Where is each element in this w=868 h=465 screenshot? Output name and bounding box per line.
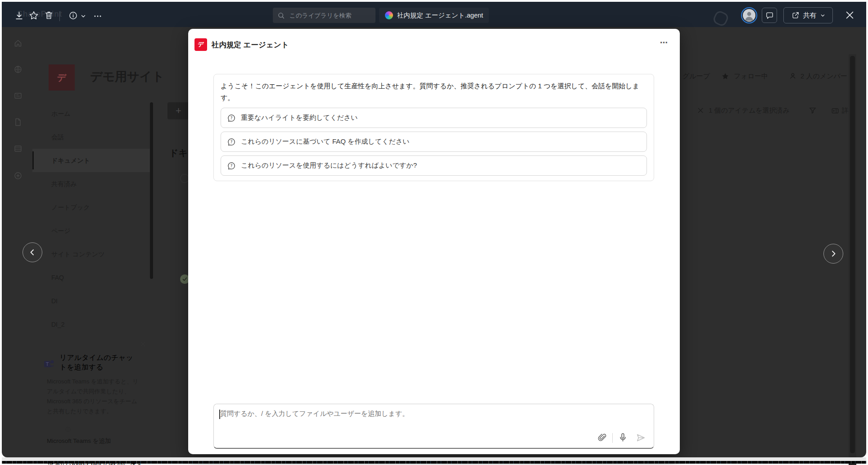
chat-input-box[interactable] — [213, 404, 654, 449]
following-label[interactable]: フォロー中 — [734, 72, 768, 81]
agent-dialog: デ 社内規定 エージェント ⋯ ようこそ！このエージェントを使用して生産性を向上… — [188, 29, 680, 454]
prompt-create-faq[interactable]: ? これらのリソースに基づいて FAQ を作成してください — [221, 132, 647, 152]
share-button-label: 共有 — [803, 11, 817, 20]
next-item-button[interactable] — [823, 244, 843, 264]
share-button[interactable]: 共有 — [783, 7, 833, 23]
favorite-star-icon[interactable] — [29, 10, 39, 20]
prompt-label: 重要なハイライトを要約してください — [241, 114, 358, 122]
site-navigation: ホーム 会話 ドキュメント 共有済み ノートブック ページ サイト コンテンツ … — [32, 102, 150, 336]
sidebar-item-documents[interactable]: ドキュメント — [32, 149, 150, 172]
text-caret — [219, 410, 220, 419]
delete-trash-icon[interactable] — [44, 10, 54, 20]
chevron-left-icon — [29, 249, 36, 256]
welcome-message: ようこそ！このエージェントを使用して生産性を向上させます。質問するか、推奨される… — [221, 80, 647, 104]
chat-question-icon: ? — [227, 114, 236, 123]
agent-file-tab[interactable]: 社内規定 エージェント.agent — [379, 8, 489, 23]
info-icon[interactable] — [68, 11, 78, 20]
svg-text:?: ? — [230, 139, 232, 144]
library-heading-partial: ドキ — [169, 147, 188, 159]
comments-button[interactable] — [762, 8, 777, 23]
document-rail-icon[interactable] — [14, 118, 23, 127]
sharepoint-brand-ghost: SharePoint — [17, 9, 62, 19]
teams-panel-title: リアルタイムのチャットを追加する — [59, 353, 139, 372]
agent-icon: デ — [194, 38, 207, 51]
screenshot-root: デ デモ用サイト グループ フォロー中 2 人のメンバー ホーム 会話 ドキュメ… — [0, 0, 868, 465]
site-group-label: グループ — [683, 72, 710, 81]
teams-panel-body: Microsoft Teams を追加すると、リアルタイムで共同作業したり、Mi… — [47, 377, 141, 416]
chevron-down-icon[interactable] — [81, 14, 86, 19]
chat-question-icon: ? — [227, 137, 236, 146]
prompt-label: これらのリソースに基づいて FAQ を作成してください — [241, 137, 410, 146]
teams-icon: T — [43, 358, 55, 369]
search-input[interactable] — [289, 12, 362, 19]
dialog-more-options-icon[interactable]: ⋯ — [660, 38, 668, 47]
download-icon[interactable] — [14, 11, 24, 20]
chat-bubble-icon — [765, 11, 774, 20]
details-pane-icon[interactable] — [831, 107, 839, 115]
sidebar-item-conversations[interactable]: 会話 — [32, 125, 150, 149]
more-options-icon[interactable] — [93, 11, 103, 21]
sidebar-item-pages[interactable]: ページ — [32, 219, 150, 242]
list-rail-icon[interactable] — [14, 144, 23, 153]
clear-selection-icon[interactable] — [697, 107, 704, 114]
share-icon — [791, 11, 800, 19]
close-viewer-icon[interactable] — [845, 10, 855, 20]
topbar-divider — [59, 11, 60, 21]
site-logo[interactable]: デ — [49, 64, 75, 91]
teams-panel-close-icon[interactable] — [140, 341, 146, 347]
prompt-how-to-use[interactable]: ? これらのリソースを使用するにはどうすればよいですか? — [221, 155, 647, 176]
person-icon — [743, 9, 755, 22]
bottom-black-bar — [2, 461, 866, 464]
send-icon[interactable] — [636, 433, 646, 443]
members-icon — [789, 72, 797, 80]
add-teams-link[interactable]: Microsoft Teams を追加 — [47, 437, 111, 445]
prompt-summarize-highlights[interactable]: ? 重要なハイライトを要約してください — [221, 108, 647, 128]
library-search-box[interactable] — [273, 8, 375, 23]
chat-question-icon: ? — [227, 161, 236, 170]
file-viewer-topbar: SharePoint 社内規定 エージェント.agent — [2, 2, 866, 27]
search-icon — [277, 12, 285, 19]
agent-dialog-title: 社内規定 エージェント — [212, 40, 289, 50]
sidebar-item-notebook[interactable]: ノートブック — [32, 196, 150, 219]
news-rail-icon[interactable] — [14, 91, 23, 100]
page-scrollbar-thumb[interactable] — [850, 56, 855, 453]
microphone-icon[interactable] — [618, 432, 628, 442]
site-title: デモ用サイト — [90, 68, 164, 85]
svg-text:?: ? — [230, 115, 232, 120]
add-rail-icon[interactable] — [14, 171, 23, 180]
copilot-icon — [385, 11, 393, 19]
svg-text:T: T — [45, 362, 49, 367]
selection-count-label: 1 個のアイテムを選択済み — [709, 106, 790, 115]
sidebar-item-shared[interactable]: 共有済み — [32, 172, 150, 196]
attach-paperclip-icon[interactable] — [597, 433, 607, 443]
prompt-label: これらのリソースを使用するにはどうすればよいですか? — [241, 161, 417, 170]
svg-text:?: ? — [230, 163, 232, 168]
globe-rail-icon[interactable] — [14, 65, 23, 74]
suggested-prompts: ? 重要なハイライトを要約してください ? これらのリソースに基づいて FAQ … — [221, 108, 647, 176]
sidebar-item-faq[interactable]: FAQ — [32, 266, 150, 289]
bottom-gray-strip — [2, 457, 866, 461]
star-following-icon[interactable] — [721, 72, 729, 80]
new-button-partial[interactable]: + — [167, 102, 190, 119]
sidebar-item-home[interactable]: ホーム — [32, 102, 150, 125]
sidebar-item-di[interactable]: DI — [32, 289, 150, 313]
copilot-ghost-icon — [712, 9, 730, 27]
agent-file-tab-label: 社内規定 エージェント.agent — [397, 11, 483, 20]
sidebar-scrollbar[interactable] — [150, 102, 153, 279]
chat-input[interactable] — [214, 404, 654, 448]
sidebar-item-di2[interactable]: DI_2 — [32, 313, 150, 336]
input-icons-divider — [612, 433, 613, 443]
info-icon[interactable] — [65, 426, 71, 433]
avatar[interactable] — [741, 7, 757, 23]
teams-promo-panel: T リアルタイムのチャットを追加する Microsoft Teams を追加する… — [37, 337, 152, 450]
filter-icon[interactable] — [809, 106, 817, 114]
select-all-checkbox[interactable] — [180, 174, 189, 183]
welcome-card: ようこそ！このエージェントを使用して生産性を向上させます。質問するか、推奨される… — [213, 74, 654, 181]
home-rail-icon[interactable] — [14, 39, 23, 48]
sidebar-item-site-contents[interactable]: サイト コンテンツ — [32, 242, 150, 266]
members-count-label[interactable]: 2 人のメンバー — [800, 72, 847, 81]
chevron-right-icon — [830, 250, 837, 257]
previous-item-button[interactable] — [23, 242, 42, 262]
share-chevron-down-icon — [820, 13, 825, 18]
